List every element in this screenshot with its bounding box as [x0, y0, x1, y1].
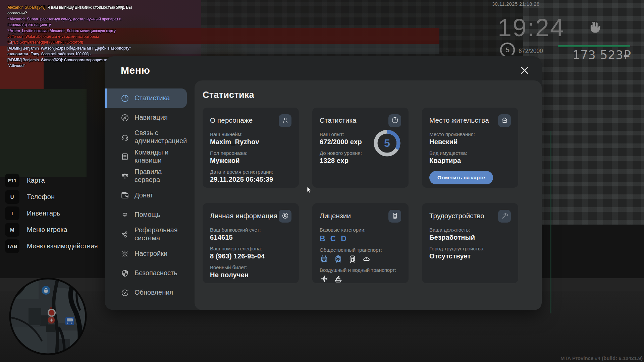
close-button[interactable]: [518, 64, 532, 78]
sidebar-item-updates[interactable]: Обновления: [105, 283, 187, 302]
sidebar-item-label: Донат: [135, 191, 153, 199]
card-title: Место жительства: [429, 114, 489, 124]
card-field: Место проживания:Невский: [429, 131, 511, 146]
card-residence: Место жительстваМесто проживания:Невский…: [422, 108, 518, 188]
hud-clock: 19:24: [498, 13, 565, 42]
field-label: Вид имущества:: [429, 150, 511, 156]
sidebar-item-referral-system[interactable]: Реферальная система: [105, 225, 187, 244]
keybind-label: Меню игрока: [27, 226, 67, 234]
card-licenses: ЛицензииБазовые категории:BCDОбщественны…: [312, 203, 409, 283]
card-personal: Личная информацияВаш банковский счет:614…: [203, 203, 299, 283]
keybind-hints: F11КартаUТелефонIИнвентарьMМеню игрокаTA…: [5, 174, 98, 256]
chat-text: * Alexandr_Subaru расстегнув сумку, дост…: [7, 16, 121, 27]
fence: [0, 89, 87, 177]
key-badge: I: [5, 206, 19, 220]
keybind-label: Телефон: [27, 193, 55, 201]
hud-exp-text: 672/2000: [519, 48, 543, 55]
sidebar-item-label: Реферальная система: [135, 226, 187, 242]
chat-line: * Alexandr_Subaru расстегнув сумку, дост…: [7, 16, 139, 28]
chat-text: Jefferson_Watanabe был заткнут администр…: [7, 34, 99, 45]
license-category-B: B: [320, 234, 325, 243]
headset-icon: [121, 133, 129, 141]
keybind-label: Инвентарь: [27, 209, 60, 217]
chat-search-icon: [8, 40, 13, 46]
card-field: Ваш никнейм:Maxim_Ryzhov: [210, 131, 291, 146]
sidebar-item-settings[interactable]: Настройки: [105, 244, 187, 263]
field-label: Ваша должность:: [429, 227, 511, 233]
exp-progress-ring: 5: [373, 129, 401, 157]
card-field: Город трудоустройства:Отсутствует: [429, 246, 511, 260]
field-label: Ваш никнейм:: [210, 131, 291, 137]
license-row: [320, 275, 401, 284]
key-badge: F11: [5, 174, 19, 187]
id-card-icon: [391, 212, 398, 221]
card-field: Ваш банковский счет:614615: [210, 227, 291, 241]
plane-icon: [320, 275, 329, 284]
sidebar-item-help[interactable]: Помощь: [105, 205, 187, 225]
keybind-row: MМеню игрока: [5, 223, 98, 237]
server-watermark: MTA Province #4 (build: 6.12421.9): [560, 355, 643, 361]
sidebar-item-navigation[interactable]: Навигация: [105, 108, 187, 127]
updates-icon: [121, 289, 129, 297]
gear-icon: [121, 250, 129, 258]
field-label: Место проживания:: [429, 131, 511, 137]
card-stats: СтатистикаВаш опыт:672/2000 expДо нового…: [312, 108, 409, 188]
card-icon-badge: [388, 114, 401, 127]
chat-text: Alexandr_Subaru[348]:: [7, 5, 47, 10]
field-label: Воздушный и водный транспорт:: [320, 267, 401, 273]
captain-hat-icon: [362, 254, 371, 263]
license-row: BCD: [320, 234, 401, 243]
sidebar-item-security[interactable]: Безопасность: [105, 263, 187, 283]
field-label: Ваш банковский счет:: [210, 227, 291, 233]
field-value: Безработный: [429, 234, 511, 241]
key-badge: M: [5, 223, 19, 237]
sidebar-item-statistics[interactable]: Статистика: [105, 88, 187, 108]
wallet-icon: [121, 191, 129, 200]
sidebar-item-admin-contact[interactable]: Связь с администрацией: [105, 127, 187, 147]
card-icon-badge: [388, 210, 401, 223]
minimap-svg: [8, 277, 88, 356]
commands-icon: [121, 153, 129, 161]
field-value: 8 (963) 126-95-04: [210, 252, 291, 260]
field-label: Военный билет:: [210, 264, 291, 270]
field-value: Невский: [429, 138, 511, 146]
card-job: ТрудоустройствоВаша должность:Безработны…: [422, 203, 518, 283]
house-icon: [501, 117, 508, 125]
card-title: Статистика: [320, 114, 357, 124]
keybind-label: Меню взаимодействия: [27, 242, 98, 250]
sidebar-item-label: Команды и клавиши: [135, 148, 187, 164]
mark-on-map-button[interactable]: Отметить на карте: [429, 171, 493, 184]
card-field: Военный билет:Не получен: [210, 264, 291, 279]
sidebar-item-label: Настройки: [135, 250, 167, 258]
sidebar-item-label: Безопасность: [135, 269, 177, 277]
card-about: О персонажеВаш никнейм:Maxim_RyzhovПол п…: [203, 108, 299, 188]
sidebar-item-label: Правила сервера: [135, 168, 187, 184]
keybind-row: TABМеню взаимодействия: [5, 239, 98, 253]
field-label: Базовые категории:: [320, 227, 401, 233]
field-value: Мужской: [210, 157, 291, 165]
field-label: Город трудоустройства:: [429, 246, 511, 251]
cards-grid: О персонажеВаш никнейм:Maxim_RyzhovПол п…: [203, 108, 542, 283]
keybind-row: UТелефон: [5, 190, 98, 204]
sidebar-item-donate[interactable]: Донат: [105, 186, 187, 205]
chat-text: [ADMIN] Benjamin_Watson[623]: Победитель…: [7, 46, 131, 56]
license-category-C: C: [330, 234, 336, 243]
chat-text: * Artem_Levitin показал Alexandr_Subaru …: [7, 28, 116, 33]
field-value: Квартира: [429, 157, 511, 165]
card-title: Трудоустройство: [429, 210, 484, 220]
card-title: Лицензии: [320, 210, 351, 220]
card-icon-badge: [498, 210, 511, 223]
trolleybus-icon: [320, 254, 329, 263]
field-value: 29.11.2025 06:45:39: [210, 176, 291, 183]
sidebar-item-commands-keys[interactable]: Команды и клавиши: [105, 147, 187, 166]
field-value: 614615: [210, 234, 291, 241]
pie-chart-icon: [121, 94, 129, 103]
minimap: [8, 277, 88, 356]
keybind-label: Карта: [27, 177, 45, 184]
handshake-icon: [121, 211, 129, 219]
hud-datetime: 30.11.2025 21:18:28: [492, 1, 539, 7]
card-icon-badge: [279, 210, 291, 223]
chat-line: * Artem_Levitin показал Alexandr_Subaru …: [7, 28, 139, 34]
sidebar-item-server-rules[interactable]: Правила сервера: [105, 166, 187, 186]
card-field: Ваш номер телефона:8 (963) 126-95-04: [210, 246, 291, 260]
